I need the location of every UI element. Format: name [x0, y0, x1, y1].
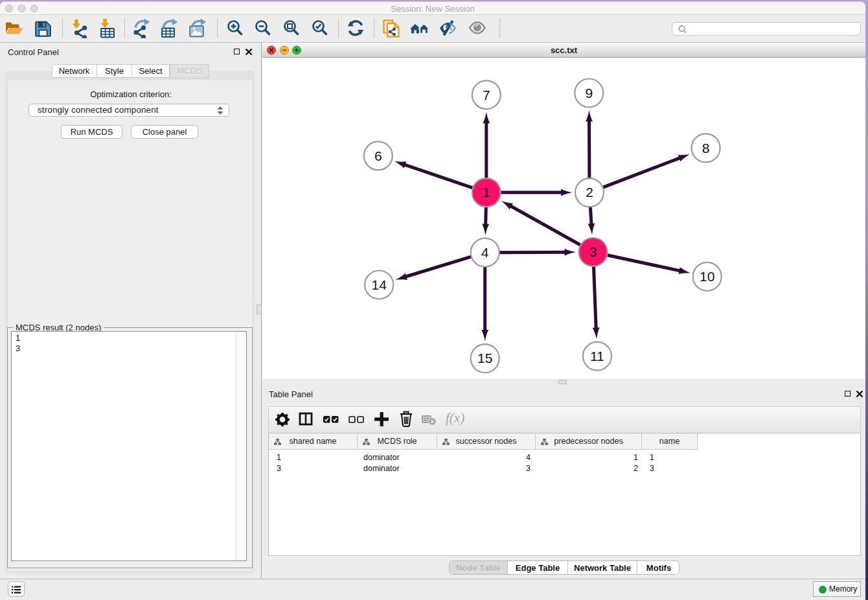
svg-text:15: 15	[477, 351, 492, 365]
svg-text:2: 2	[586, 185, 593, 200]
svg-text:9: 9	[585, 86, 593, 100]
svg-text:4: 4	[481, 245, 489, 260]
svg-text:11: 11	[590, 349, 604, 363]
svg-text:8: 8	[702, 141, 710, 156]
svg-text:3: 3	[589, 244, 597, 259]
svg-text:14: 14	[372, 277, 387, 292]
svg-text:6: 6	[374, 148, 382, 163]
svg-text:1: 1	[483, 185, 490, 200]
svg-text:10: 10	[700, 269, 714, 284]
svg-text:7: 7	[483, 87, 490, 102]
